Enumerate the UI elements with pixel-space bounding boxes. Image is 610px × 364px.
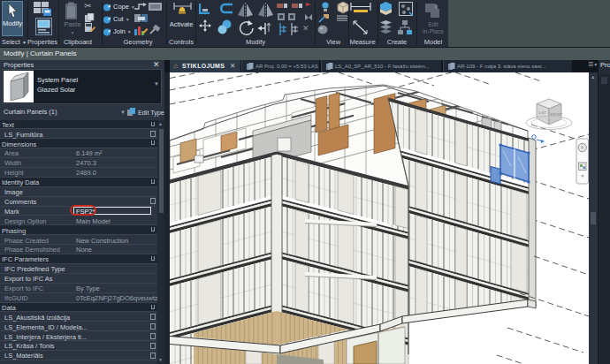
svg-text:LST: LST (539, 110, 546, 115)
svg-text:▼: ▼ (581, 173, 585, 178)
